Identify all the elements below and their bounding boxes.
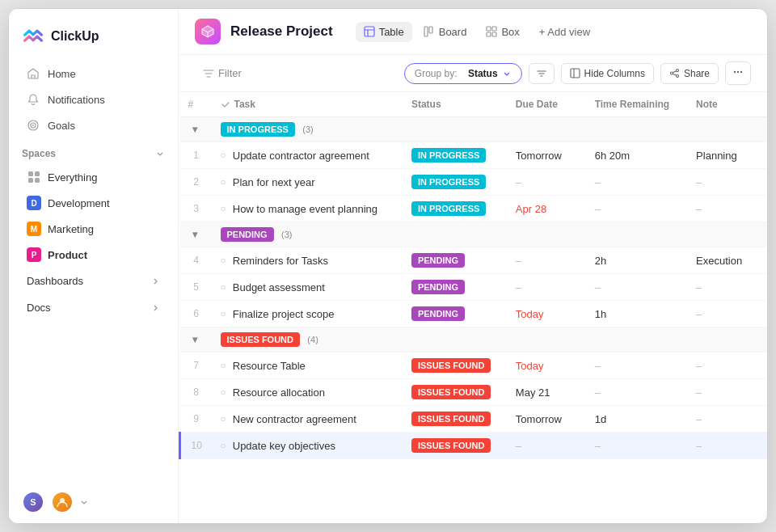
sidebar: ClickUp Home Notifications Goals: [9, 9, 179, 523]
main-content: Release Project Table: [179, 9, 767, 523]
svg-rect-16: [492, 32, 496, 36]
task-checkbox-icon[interactable]: ○: [221, 308, 226, 319]
row-task-name[interactable]: ○ How to manage event planning: [213, 196, 403, 222]
task-checkbox-icon[interactable]: ○: [221, 413, 226, 424]
chevron-down-avatar-icon[interactable]: [80, 498, 88, 506]
table-row[interactable]: 7 ○ Resource Table ISSUES FOUND Today – …: [180, 353, 768, 379]
collapse-icon[interactable]: ▾: [188, 123, 201, 136]
row-task-name[interactable]: ○ Update contractor agreement: [213, 142, 403, 169]
svg-rect-12: [429, 27, 432, 33]
status-badge: ISSUES FOUND: [411, 385, 491, 399]
table-row[interactable]: 9 ○ New contractor agreement ISSUES FOUN…: [180, 406, 768, 433]
group-collapse-cell[interactable]: ▾: [180, 222, 213, 247]
sort-button[interactable]: [529, 63, 555, 84]
marketing-dot: M: [27, 222, 41, 236]
group-collapse-cell[interactable]: ▾: [180, 327, 213, 353]
sidebar-dashboards-label: Dashboards: [27, 275, 83, 287]
task-checkbox-icon[interactable]: ○: [221, 203, 226, 214]
table-container: # Task Status Due Date Time Remaining: [179, 92, 767, 523]
row-task-name[interactable]: ○ New contractor agreement: [213, 406, 403, 433]
row-status: PENDING: [403, 301, 508, 327]
row-status: PENDING: [403, 247, 508, 274]
row-note: –: [688, 433, 767, 459]
svg-rect-6: [35, 178, 40, 183]
task-checkbox-icon[interactable]: ○: [221, 281, 226, 293]
more-options-button[interactable]: [725, 61, 751, 85]
share-button[interactable]: Share: [660, 63, 719, 84]
row-time-remaining: –: [587, 196, 688, 222]
task-checkbox-icon[interactable]: ○: [221, 360, 226, 371]
group-by-button[interactable]: Group by: Status: [404, 63, 522, 84]
sidebar-item-marketing[interactable]: M Marketing: [14, 217, 173, 241]
row-task-name[interactable]: ○ Reminders for Tasks: [213, 247, 403, 274]
status-badge: ISSUES FOUND: [411, 412, 491, 426]
sidebar-item-docs[interactable]: Docs: [14, 295, 173, 320]
row-task-name[interactable]: ○ Resource allocation: [213, 379, 403, 406]
add-view-button[interactable]: + Add view: [531, 22, 598, 42]
hide-columns-button[interactable]: Hide Columns: [561, 63, 654, 84]
group-status-badge: PENDING: [221, 227, 274, 242]
row-status: ISSUES FOUND: [403, 406, 508, 433]
tab-box[interactable]: Box: [478, 22, 527, 42]
group-row-inprogress: ▾ IN PROGRESS (3): [180, 117, 768, 142]
task-checkbox-icon[interactable]: ○: [221, 150, 226, 161]
cube-icon: [200, 24, 215, 39]
target-icon: [27, 119, 40, 132]
table-row[interactable]: 6 ○ Finalize project scope PENDING Today…: [180, 301, 768, 327]
row-task-name[interactable]: ○ Finalize project scope: [213, 301, 403, 327]
group-count: (3): [302, 125, 313, 134]
task-checkbox-icon[interactable]: ○: [221, 176, 226, 188]
row-time-remaining: –: [587, 433, 688, 459]
sidebar-bottom: S: [9, 481, 178, 523]
sidebar-item-product[interactable]: P Product: [14, 243, 173, 267]
group-row-pending: ▾ PENDING (3): [180, 222, 768, 247]
nav-goals[interactable]: Goals: [14, 113, 173, 137]
svg-point-20: [676, 75, 678, 78]
group-header-label: IN PROGRESS (3): [213, 117, 768, 142]
add-view-label: + Add view: [539, 26, 590, 38]
table-row[interactable]: 10 ○ Update key objectives ISSUES FOUND …: [180, 433, 768, 459]
table-row[interactable]: 4 ○ Reminders for Tasks PENDING – 2h Exe…: [180, 247, 768, 274]
row-task-name[interactable]: ○ Resource Table: [213, 353, 403, 379]
row-task-name[interactable]: ○ Budget assessment: [213, 274, 403, 301]
row-task-name[interactable]: ○ Update key objectives: [213, 433, 403, 459]
table-body: ▾ IN PROGRESS (3) 1 ○ Update contractor …: [180, 117, 768, 459]
tab-table[interactable]: Table: [356, 22, 412, 42]
row-time-remaining: 6h 20m: [587, 142, 688, 169]
sidebar-item-everything[interactable]: Everything: [14, 165, 173, 189]
tab-board-label: Board: [439, 26, 467, 38]
status-badge: IN PROGRESS: [411, 175, 486, 189]
table-row[interactable]: 8 ○ Resource allocation ISSUES FOUND May…: [180, 379, 768, 406]
row-status: PENDING: [403, 274, 508, 301]
nav-goals-label: Goals: [48, 120, 75, 132]
task-checkbox-icon[interactable]: ○: [221, 255, 226, 266]
col-task: Task: [213, 92, 403, 117]
collapse-icon[interactable]: ▾: [188, 228, 201, 241]
topbar: Release Project Table: [179, 9, 767, 55]
collapse-icon[interactable]: ▾: [188, 333, 201, 346]
sidebar-item-development[interactable]: D Development: [14, 191, 173, 215]
table-row[interactable]: 2 ○ Plan for next year IN PROGRESS – – –: [180, 169, 768, 196]
task-name-text: Update contractor agreement: [233, 150, 369, 162]
group-collapse-cell[interactable]: ▾: [180, 117, 213, 142]
group-by-value: Status: [468, 68, 498, 79]
nav-notifications[interactable]: Notifications: [14, 87, 173, 112]
filter-button[interactable]: Filter: [195, 63, 250, 83]
table-row[interactable]: 1 ○ Update contractor agreement IN PROGR…: [180, 142, 768, 169]
svg-point-24: [734, 71, 736, 73]
sidebar-item-dashboards[interactable]: Dashboards: [14, 268, 173, 293]
task-checkbox-icon[interactable]: ○: [221, 440, 226, 451]
row-note: –: [688, 196, 767, 222]
clickup-logo-icon: [22, 25, 44, 48]
tab-board[interactable]: Board: [415, 22, 475, 42]
row-note: –: [688, 406, 767, 433]
table-row[interactable]: 5 ○ Budget assessment PENDING – – –: [180, 274, 768, 301]
nav-home[interactable]: Home: [14, 61, 173, 86]
row-status: IN PROGRESS: [403, 142, 508, 169]
avatar-s: S: [22, 491, 44, 513]
sidebar-item-marketing-label: Marketing: [48, 223, 94, 235]
table-row[interactable]: 3 ○ How to manage event planning IN PROG…: [180, 196, 768, 222]
task-checkbox-icon[interactable]: ○: [221, 386, 226, 398]
row-task-name[interactable]: ○ Plan for next year: [213, 169, 403, 196]
row-num: 7: [180, 353, 213, 379]
